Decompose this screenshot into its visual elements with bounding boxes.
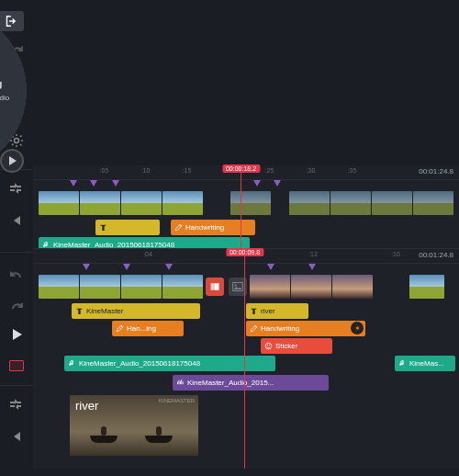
- play-button[interactable]: [0, 319, 33, 350]
- prev-keyframe-2[interactable]: [0, 421, 33, 452]
- clip-preview-label: river: [75, 399, 98, 413]
- clip-thumb[interactable]: [80, 191, 120, 215]
- clip-thumb[interactable]: [39, 191, 79, 215]
- handwriting-clip-a[interactable]: Han...ing: [112, 321, 184, 336]
- clip-thumb[interactable]: [39, 275, 79, 299]
- svg-rect-24: [211, 283, 216, 290]
- boat-graphic: [145, 436, 173, 443]
- clip-thumb[interactable]: [80, 275, 120, 299]
- undo-2[interactable]: [0, 256, 33, 288]
- tracks-toggle-2[interactable]: [0, 390, 33, 421]
- clip-thumb[interactable]: [372, 191, 412, 215]
- boat-graphic: [90, 436, 118, 443]
- clip-thumb[interactable]: [289, 191, 330, 215]
- clip-thumb[interactable]: [162, 275, 203, 299]
- timeline-1[interactable]: :05:10:15:20:25:30:35 00:01:24.8 00:00:1…: [33, 165, 459, 248]
- clip-preview-watermark: KINEMASTER: [159, 398, 195, 403]
- bookmark-icon[interactable]: [274, 180, 281, 187]
- bookmark-icon[interactable]: [123, 264, 130, 270]
- clip-thumb[interactable]: [332, 275, 373, 299]
- video-track-2[interactable]: [33, 271, 459, 302]
- tracks-toggle-1[interactable]: [0, 174, 33, 205]
- exit-button[interactable]: [0, 11, 24, 31]
- fx-badge-icon: ✶: [351, 322, 364, 334]
- text-clip-kinemaster[interactable]: KineMaster: [72, 303, 200, 319]
- audio-clip-c[interactable]: KineMas...: [395, 356, 455, 371]
- bookmark-icon[interactable]: [83, 264, 90, 270]
- preview-play-button[interactable]: [0, 149, 24, 173]
- audio-clip-b[interactable]: KineMaster_Audio_2015...: [173, 375, 329, 391]
- record-toggle[interactable]: [0, 350, 33, 381]
- radial-audio-label: Audio: [0, 94, 9, 102]
- clip-thumb[interactable]: [121, 275, 162, 299]
- bookmark-icon[interactable]: [267, 264, 274, 270]
- duration-1: 00:01:24.8: [419, 167, 453, 176]
- bookmark-icon[interactable]: [90, 180, 97, 187]
- bookmark-icon[interactable]: [112, 180, 119, 187]
- clip-thumb[interactable]: [409, 275, 444, 299]
- svg-rect-25: [215, 283, 219, 290]
- clip-thumb[interactable]: [162, 191, 203, 215]
- handwriting-clip[interactable]: Handwriting: [171, 220, 255, 235]
- clip-thumb[interactable]: [291, 275, 331, 299]
- transition-icon[interactable]: [206, 278, 224, 296]
- clip-thumb[interactable]: [121, 191, 162, 215]
- timeline-2[interactable]: :04:08:12:16 00:01:24.8 00:00:09.8: [33, 248, 459, 469]
- clip-preview-river[interactable]: river KINEMASTER: [70, 395, 198, 456]
- video-track-1[interactable]: [33, 187, 459, 219]
- handwriting-clip-b[interactable]: Handwriting✶: [246, 321, 365, 336]
- radial-menu: Media Browser Layer Audio Voice: [0, 6, 29, 176]
- text-clip[interactable]: [95, 220, 160, 235]
- bookmark-icon[interactable]: [70, 180, 77, 187]
- playhead-time-2: 00:00:09.8: [226, 248, 263, 256]
- prev-keyframe-1[interactable]: [0, 205, 33, 236]
- clip-thumb[interactable]: [230, 191, 271, 215]
- text-clip-river[interactable]: river: [246, 303, 308, 319]
- sidebar-timeline1: [0, 165, 33, 248]
- sticker-clip[interactable]: Sticker: [261, 338, 332, 354]
- sidebar-timeline2: [0, 248, 33, 469]
- clip-thumb[interactable]: [413, 191, 453, 215]
- duration-2: 00:01:24.8: [419, 251, 453, 259]
- clip-thumb[interactable]: [250, 275, 290, 299]
- bookmark-icon[interactable]: [253, 180, 261, 187]
- playhead-time-1: 00:00:18.2: [222, 164, 260, 173]
- radial-audio[interactable]: Audio: [0, 80, 22, 102]
- bookmark-icon[interactable]: [165, 264, 173, 270]
- clip-thumb[interactable]: [330, 191, 371, 215]
- bookmark-icon[interactable]: [308, 264, 316, 270]
- redo-2[interactable]: [0, 288, 33, 319]
